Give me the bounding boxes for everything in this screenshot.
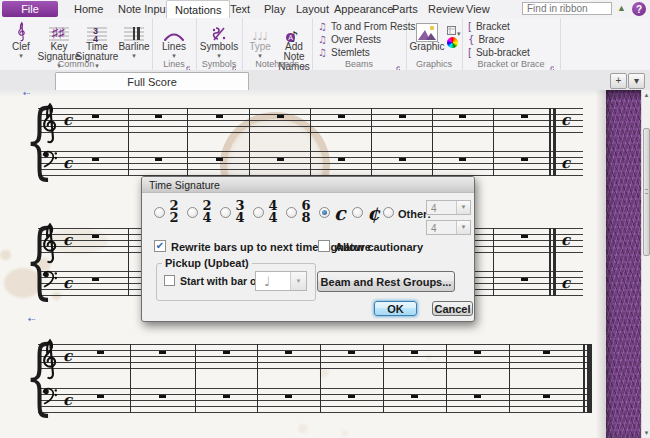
bracket-item-brace[interactable]: {Brace (468, 34, 505, 45)
barline (187, 108, 188, 176)
radio-timesig-2-4[interactable] (187, 207, 198, 218)
treble-clef (40, 335, 59, 385)
find-in-ribbon-input[interactable] (522, 2, 612, 15)
bracket-item-icon: { (468, 35, 474, 45)
bracket-item-sub-bracket[interactable]: [Sub-bracket (468, 47, 530, 58)
chevron-down-icon: ▾ (19, 52, 23, 59)
double-barline (553, 108, 556, 176)
lines-button[interactable]: Lines▾ (154, 20, 194, 59)
radio-timesig-4-4[interactable] (253, 207, 264, 218)
notehead-type-button[interactable]: ♩♩♩ Type▾ (244, 20, 276, 59)
beams-item-over-rests[interactable]: ♫Over Rests (318, 34, 381, 45)
bracket-item-bracket[interactable]: [Bracket (468, 21, 510, 32)
whole-rest (338, 115, 345, 118)
dialog-title-bar[interactable]: Time Signature (142, 177, 474, 193)
whole-rest (521, 278, 528, 281)
barline (128, 228, 129, 296)
whole-rest (521, 115, 528, 118)
beam-and-rest-groups-button[interactable]: Beam and Rest Groups... (317, 271, 455, 292)
scrollbar-thumb[interactable] (643, 128, 650, 256)
scrollbar-up-arrow[interactable]: ▲ (642, 90, 650, 100)
graphic-button[interactable]: Graphic (410, 20, 444, 52)
timesig-glyph: ¢ (367, 204, 380, 223)
courtesy-time-signature: c (561, 276, 570, 291)
group-noteheads: ♩♩♩ Type▾ ♪ A Add Note Names Noteheads (242, 18, 313, 70)
quarter-note-icon: ♩ (264, 274, 270, 289)
graphic-icon (416, 20, 438, 42)
clef-button[interactable]: Clef▾ (4, 20, 38, 59)
cancel-button[interactable]: Cancel (432, 301, 473, 316)
rewrite-bars-checkbox[interactable]: ✔ (154, 240, 166, 252)
whole-rest (348, 351, 355, 354)
whole-rest (338, 158, 345, 161)
treble-clef (40, 99, 59, 149)
help-icon[interactable]: ? (632, 2, 646, 16)
symbols-dialog-launcher-icon[interactable] (232, 60, 240, 68)
radio-timesig-cut-common-time[interactable] (352, 207, 363, 218)
tab-file[interactable]: File (2, 1, 58, 17)
tab-notations[interactable]: Notations (166, 0, 230, 19)
whole-rest (92, 235, 99, 238)
beams-item-stemlets[interactable]: ♫Stemlets (318, 47, 370, 58)
ok-button[interactable]: OK (374, 301, 417, 316)
pickup-checkbox[interactable] (164, 275, 175, 286)
lines-icon (163, 20, 185, 42)
lines-dialog-launcher-icon[interactable] (186, 60, 194, 68)
tab-list-button[interactable]: ▾ (628, 73, 645, 89)
barline (320, 344, 321, 413)
radio-other[interactable] (383, 207, 394, 218)
double-barline (549, 228, 551, 296)
final-barline-thin (583, 344, 585, 413)
tab-view[interactable]: View (458, 0, 498, 18)
timesig-fraction: 24 (200, 200, 214, 224)
barline (249, 108, 250, 176)
chevron-down-icon: ▼ (456, 201, 470, 214)
whole-rest (411, 351, 418, 354)
minimize-ribbon-icon[interactable]: ▲ (617, 3, 626, 13)
noteheads-dialog-launcher-icon[interactable] (302, 60, 310, 68)
other-numerator-combo[interactable]: 4▼ (426, 200, 471, 215)
barline (130, 344, 131, 413)
chevron-down-icon: ▾ (258, 52, 262, 59)
beams-item-to-and-from-rests[interactable]: ♫To and From Rests (318, 21, 415, 32)
radio-timesig-6-8[interactable] (286, 207, 297, 218)
allow-cautionary-checkbox[interactable] (318, 240, 330, 252)
whole-rest (399, 115, 406, 118)
tab-home[interactable]: Home (66, 0, 111, 18)
bass-clef (42, 270, 58, 292)
symbols-button[interactable]: Symbols▾ (199, 20, 239, 59)
new-tab-button[interactable]: + (610, 73, 627, 89)
barline-button[interactable]: Barline▾ (117, 20, 151, 59)
whole-rest (92, 158, 99, 161)
chevron-down-icon: ▼ (456, 221, 470, 234)
whole-rest (92, 278, 99, 281)
whole-rest (459, 158, 466, 161)
double-barline (553, 228, 556, 296)
other-denominator-combo[interactable]: 4▼ (426, 220, 471, 235)
common-time-signature: c (63, 276, 72, 291)
common-time-signature: c (63, 349, 72, 364)
timesig-fraction: 68 (299, 200, 313, 224)
barline (509, 344, 510, 413)
document-tab-full-score[interactable]: Full Score (55, 72, 249, 91)
chevron-down-icon: ▾ (217, 52, 221, 59)
key-signature-icon: ♯♯ (49, 20, 69, 42)
bracket-dialog-launcher-icon[interactable] (550, 60, 558, 68)
timesig-fraction: 34 (233, 200, 247, 224)
bracket-item-icon: [ (468, 22, 472, 32)
radio-timesig-common-time[interactable] (319, 207, 330, 218)
final-barline-thick (587, 344, 592, 413)
scrollbar-down-arrow[interactable]: ▼ (642, 428, 650, 438)
color-wheel-icon[interactable] (447, 37, 458, 48)
radio-timesig-2-2[interactable] (154, 207, 165, 218)
add-note-names-icon: ♪ A (289, 20, 299, 42)
beams-dialog-launcher-icon[interactable] (396, 60, 404, 68)
whole-rest (223, 351, 230, 354)
vertical-scrollbar[interactable]: ▲ ▼ (641, 90, 650, 438)
radio-timesig-3-4[interactable] (220, 207, 231, 218)
pickup-length-combo[interactable]: ♩ ▼ (255, 271, 307, 291)
barline (371, 108, 372, 176)
whole-rest (216, 158, 223, 161)
whole-rest (155, 158, 162, 161)
tab-text[interactable]: Text (222, 0, 258, 18)
